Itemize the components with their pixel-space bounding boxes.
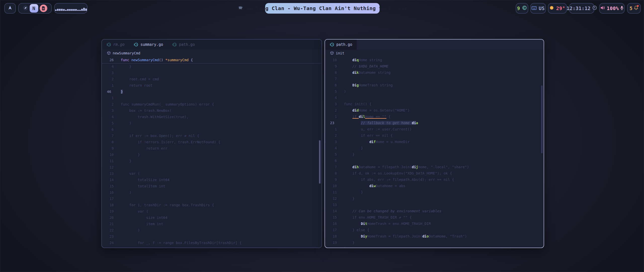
code-line[interactable]: 12 } [325,195,544,202]
code-line[interactable]: 4 } [325,145,544,151]
code-text [337,158,344,164]
code-line[interactable]: 7 [325,76,544,82]
code-line[interactable]: 20} [325,246,544,248]
tab-path.go[interactable]: path.go [168,40,199,50]
line-number: 2 [325,132,337,139]
code-area[interactable]: 26func newSummaryCmd() *summaryCmd {4 }3… [102,56,321,248]
code-line[interactable]: 10 diwDataHome = abs [325,183,544,189]
code-line[interactable]: 23 [102,233,321,240]
code-line[interactable]: 9 if abs, err := filepath.Abs(d); err ==… [325,177,544,183]
line-number: 23 [102,233,114,240]
code-line[interactable]: 46} [102,89,321,95]
scrollbar[interactable] [541,85,543,153]
code-line[interactable]: 5 ) [102,120,321,126]
speaker-icon [600,6,605,11]
code-line[interactable]: 4 } [102,63,321,70]
workspace-browser[interactable] [23,5,28,12]
notifications-widget[interactable]: 5 [627,3,641,14]
code-line[interactable]: 18 DiyHomeTrash = filepath.Join(dioDataH… [325,233,544,240]
code-line[interactable]: 18 for i, trashDir := range box.TrashDir… [102,202,321,208]
code-line[interactable]: 6 DigHomeTrash string [325,82,544,88]
line-number: 8 [102,139,114,145]
code-line[interactable]: 17 } else { [325,227,544,233]
audio-widget[interactable]: 100% [599,3,625,14]
code-line[interactable]: 11 } [102,158,321,164]
line-number: 1 [325,126,337,132]
code-line[interactable]: 3 [102,70,321,76]
context-header-line[interactable]: 26func newSummaryCmd() *summaryCmd { [102,57,321,63]
code-line[interactable]: 9 // $XDG_DATA_HOME [325,63,544,70]
code-line[interactable]: 13 [325,202,544,208]
line-number: 7 [325,164,337,170]
code-line[interactable]: 20 size int64 [102,215,321,221]
code-line[interactable]: 5) [325,88,544,95]
code-line[interactable]: 3func init() { [325,101,544,107]
code-line[interactable]: 13 var ( [102,171,321,177]
code-line[interactable]: 23 // fallback to get home dia [325,120,544,126]
clock-widget[interactable]: 12:31:12 [569,3,594,14]
weather-widget[interactable]: 29° [548,3,567,14]
line-number: 6 [325,158,337,164]
code-line[interactable]: 11 } [325,189,544,195]
code-line[interactable]: 2 didHome = os.Getenv("HOME") [325,107,544,114]
code-line[interactable]: 15 if env.HOME_TRASH_DIR ≠ "" { [325,214,544,221]
launcher-button[interactable] [4,3,16,14]
code-line[interactable]: 14 totalSize int64 [102,177,321,183]
code-line[interactable]: 19 var ( [102,208,321,215]
code-line[interactable]: 10 } [102,152,321,158]
code-line[interactable]: 8 if d, ok := os.LookupEnv("XDG_DATA_HOM… [325,170,544,177]
code-line[interactable]: 19 } [325,240,544,246]
tab-path.go[interactable]: path.go [325,40,357,50]
code-line[interactable]: 25 item++ [102,246,321,248]
code-line[interactable]: 2 root.cmd = cmd [102,76,321,82]
line-number: 1 [102,95,114,101]
keyboard-layout-widget[interactable]: US [530,3,546,14]
code-line[interactable]: 1 u, err := user.Current() [325,126,544,132]
scrollbar[interactable] [319,140,320,184]
line-number: 14 [102,177,114,183]
code-line[interactable]: 7 dihDataHome = filepath.Join(dijHome, "… [325,164,544,170]
tab-summary.go[interactable]: summary.go [129,40,168,50]
code-line[interactable]: 3 box := trash.NewBox( [102,108,321,114]
code-text: ) [114,189,131,196]
code-text [114,70,121,76]
code-line[interactable]: 24 for _, f := range box.FilesByTrashDir… [102,240,321,246]
code-line[interactable]: 15 totalItem int [102,183,321,189]
code-line[interactable]: 12 [102,164,321,171]
code-line[interactable]: 1 return root [102,82,321,89]
visualizer-bar [79,10,81,11]
code-line[interactable]: 9 return err [102,145,321,152]
code-line[interactable]: 17 [102,196,321,202]
code-line[interactable]: 7 if err := box.Open(); err ≠ nil { [102,133,321,139]
music-player-widget[interactable]: Wu-Tang Clan - Wu-Tang Clan Ain't Nuthin… [265,3,380,14]
code-line[interactable]: 1 [102,95,321,101]
code-line[interactable]: 5 } [325,151,544,158]
line-number: 13 [325,202,337,208]
code-line[interactable]: 2 if err == nil { [325,132,544,139]
now-playing-title: Wu-Tang Clan - Wu-Tang Clan Ain't Nuthin… [247,5,408,11]
line-number: 12 [325,195,337,202]
code-line[interactable]: 22 ) [102,227,321,233]
code-area[interactable]: 10 diqHome string9 // $XDG_DATA_HOME8 di… [325,56,544,248]
code-line[interactable]: 4 trash.WithGetSize(true), [102,114,321,120]
code-line[interactable]: 2func summaryCmdRun(_ summaryOptions) er… [102,101,321,108]
code-line[interactable]: 1 if dilHome == "" { [325,114,544,120]
code-line[interactable]: 8 dikDataHome string [325,70,544,76]
code-line[interactable]: 14 // Can be changed by environment vari… [325,208,544,214]
workspace-editor[interactable]: N [30,4,38,13]
visualizer-bar [55,10,57,11]
code-line[interactable]: 10 diqHome string [325,57,544,63]
code-line[interactable]: 6 [325,158,544,164]
tab-rm.go[interactable]: rm.go [102,40,129,50]
code-text: } [114,63,131,70]
code-line[interactable]: 16 DitHomeTrash = env.HOME_TRASH_DIR [325,221,544,227]
updates-widget[interactable]: 9 [516,3,528,14]
code-line[interactable]: 6 [102,126,321,133]
workspace-files[interactable] [40,5,47,12]
code-line[interactable]: 21 item int [102,221,321,227]
code-line[interactable]: 8 if !errors.Is(err, trash.ErrNotFound) … [102,139,321,145]
code-line[interactable]: 16 ) [102,189,321,196]
code-text: difHome = u.HomeDir [337,139,410,145]
code-line[interactable]: 3 difHome = u.HomeDir [325,139,544,145]
code-line[interactable]: 4 [325,95,544,101]
